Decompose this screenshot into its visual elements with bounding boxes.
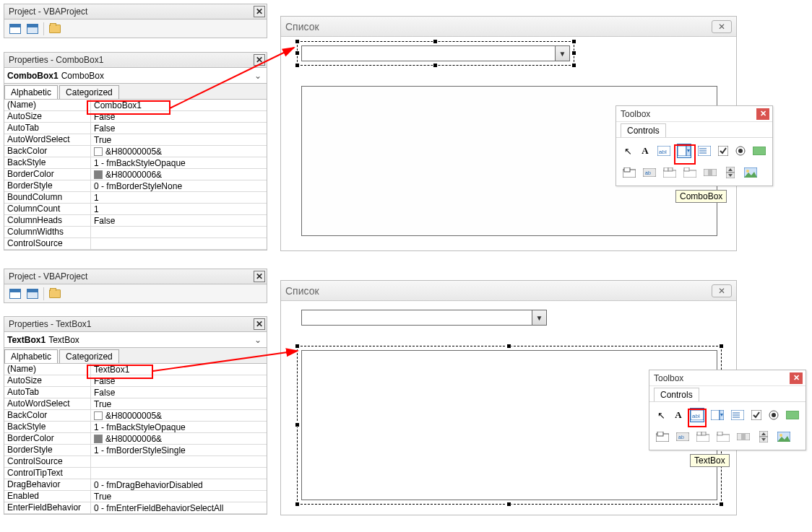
property-row[interactable]: ColumnCount1: [4, 204, 267, 215]
tab-alphabetic[interactable]: Alphabetic: [4, 85, 58, 99]
optionbutton-tool-icon-b[interactable]: [768, 408, 779, 422]
combobox-tool-icon[interactable]: [677, 144, 691, 158]
toolbox-close-b[interactable]: ✕: [790, 372, 803, 384]
property-value[interactable]: 1 - fmBorderStyleSingle: [91, 445, 267, 455]
label-tool-icon[interactable]: A: [639, 144, 651, 158]
toolbox-tab-controls[interactable]: Controls: [621, 123, 666, 137]
property-row[interactable]: (Name)TextBox1: [4, 364, 267, 375]
property-value[interactable]: False: [91, 111, 267, 122]
multipage-tool-icon[interactable]: [683, 165, 697, 180]
combobox-tool-icon-b[interactable]: [710, 408, 725, 422]
listbox-tool-icon[interactable]: [697, 144, 712, 158]
property-value[interactable]: [91, 238, 267, 249]
property-row[interactable]: ColumnWidths: [4, 227, 267, 238]
properties-grid[interactable]: (Name)ComboBox1AutoSizeFalseAutoTabFalse…: [4, 100, 267, 250]
checkbox-tool-icon-b[interactable]: [751, 408, 762, 422]
property-value[interactable]: &H80000006&: [91, 169, 267, 180]
project-pane-close-b[interactable]: ✕: [254, 271, 265, 282]
commandbutton-tool-icon[interactable]: ab: [642, 165, 657, 180]
property-row[interactable]: BorderStyle1 - fmBorderStyleSingle: [4, 445, 267, 456]
property-row[interactable]: DragBehavior0 - fmDragBehaviorDisabled: [4, 479, 267, 491]
property-value[interactable]: 1: [91, 204, 267, 214]
tabstrip-tool-icon-b[interactable]: [696, 429, 710, 444]
spinbutton-tool-icon[interactable]: [723, 165, 738, 180]
textbox-tool-icon-b[interactable]: abl: [690, 408, 704, 422]
frame-tool-icon[interactable]: [622, 165, 636, 180]
toolbox-close[interactable]: ✕: [756, 108, 769, 120]
form-close-icon-b[interactable]: ✕: [712, 284, 732, 297]
pointer-tool-icon-b[interactable]: ↖: [655, 408, 667, 422]
property-row[interactable]: BorderColor&H80000006&: [4, 433, 267, 445]
property-row[interactable]: EnabledTrue: [4, 491, 267, 502]
property-row[interactable]: BackColor&H80000005&: [4, 146, 267, 157]
property-row[interactable]: BorderStyle0 - fmBorderStyleNone: [4, 180, 267, 192]
property-row[interactable]: AutoSizeFalse: [4, 375, 267, 387]
property-row[interactable]: BackStyle1 - fmBackStyleOpaque: [4, 422, 267, 433]
property-row[interactable]: ControlSource: [4, 456, 267, 468]
property-value[interactable]: ComboBox1: [91, 100, 267, 110]
properties-object-selector[interactable]: ComboBox1 ComboBox ⌄: [4, 68, 267, 84]
tab-categorized[interactable]: Categorized: [59, 85, 119, 99]
property-value[interactable]: False: [91, 387, 267, 398]
property-row[interactable]: BorderColor&H80000006&: [4, 169, 267, 180]
properties-grid-b[interactable]: (Name)TextBox1AutoSizeFalseAutoTabFalseA…: [4, 364, 267, 515]
property-row[interactable]: ControlTipText: [4, 468, 267, 479]
textbox-tool-icon[interactable]: abl: [657, 144, 671, 158]
tab-alphabetic-b[interactable]: Alphabetic: [4, 349, 58, 363]
property-row[interactable]: AutoTabFalse: [4, 123, 267, 134]
property-row[interactable]: BoundColumn1: [4, 192, 267, 204]
property-value[interactable]: [91, 468, 267, 479]
combobox-dropdown-button-b[interactable]: ▼: [532, 310, 546, 325]
property-value[interactable]: False: [91, 123, 267, 134]
property-value[interactable]: TextBox1: [91, 364, 267, 375]
property-value[interactable]: False: [91, 375, 267, 386]
properties-pane-close-b[interactable]: ✕: [254, 318, 265, 330]
view-code-icon[interactable]: [9, 23, 22, 35]
property-row[interactable]: AutoWordSelectTrue: [4, 134, 267, 146]
property-value[interactable]: False: [91, 215, 267, 226]
properties-pane-close[interactable]: ✕: [254, 54, 265, 66]
property-value[interactable]: 0 - fmDragBehaviorDisabled: [91, 479, 267, 490]
tab-categorized-b[interactable]: Categorized: [59, 349, 119, 363]
properties-object-selector-b[interactable]: TextBox1 TextBox ⌄: [4, 332, 267, 348]
combobox-control-b[interactable]: ▼: [301, 310, 547, 326]
property-row[interactable]: ColumnHeadsFalse: [4, 215, 267, 227]
property-value[interactable]: [91, 456, 267, 467]
property-value[interactable]: &H80000005&: [91, 410, 267, 421]
property-value[interactable]: 1 - fmBackStyleOpaque: [91, 422, 267, 432]
tabstrip-tool-icon[interactable]: [662, 165, 677, 180]
view-object-icon[interactable]: [26, 23, 39, 35]
property-row[interactable]: EnterFieldBehavior0 - fmEnterFieldBehavi…: [4, 502, 267, 514]
commandbutton-tool-icon-b[interactable]: ab: [675, 429, 690, 444]
property-value[interactable]: True: [91, 398, 267, 409]
property-value[interactable]: True: [91, 491, 267, 502]
multipage-tool-icon-b[interactable]: [716, 429, 730, 444]
togglebutton-tool-icon-b[interactable]: [785, 408, 800, 422]
property-row[interactable]: AutoSizeFalse: [4, 111, 267, 123]
scrollbar-tool-icon[interactable]: [703, 165, 717, 180]
frame-tool-icon-b[interactable]: [655, 429, 670, 444]
property-row[interactable]: AutoWordSelectTrue: [4, 398, 267, 410]
optionbutton-tool-icon[interactable]: [735, 144, 746, 158]
property-row[interactable]: BackStyle1 - fmBackStyleOpaque: [4, 157, 267, 169]
form-close-icon[interactable]: ✕: [712, 20, 732, 33]
scrollbar-tool-icon-b[interactable]: [736, 429, 751, 444]
property-value[interactable]: &H80000005&: [91, 146, 267, 157]
pointer-tool-icon[interactable]: ↖: [622, 144, 634, 158]
togglebutton-tool-icon[interactable]: [752, 144, 766, 158]
property-value[interactable]: &H80000006&: [91, 433, 267, 444]
project-pane-close[interactable]: ✕: [254, 6, 265, 17]
property-value[interactable]: [91, 227, 267, 237]
property-row[interactable]: BackColor&H80000005&: [4, 410, 267, 422]
folder-icon-b[interactable]: [48, 288, 61, 300]
property-value[interactable]: 1: [91, 192, 267, 203]
property-row[interactable]: (Name)ComboBox1: [4, 100, 267, 111]
property-value[interactable]: 0 - fmEnterFieldBehaviorSelectAll: [91, 502, 267, 513]
checkbox-tool-icon[interactable]: [717, 144, 729, 158]
label-tool-icon-b[interactable]: A: [673, 408, 684, 422]
folder-icon[interactable]: [48, 23, 61, 35]
view-object-icon-b[interactable]: [26, 288, 39, 300]
spinbutton-tool-icon-b[interactable]: [756, 429, 771, 444]
property-value[interactable]: 1 - fmBackStyleOpaque: [91, 157, 267, 168]
property-row[interactable]: AutoTabFalse: [4, 387, 267, 398]
